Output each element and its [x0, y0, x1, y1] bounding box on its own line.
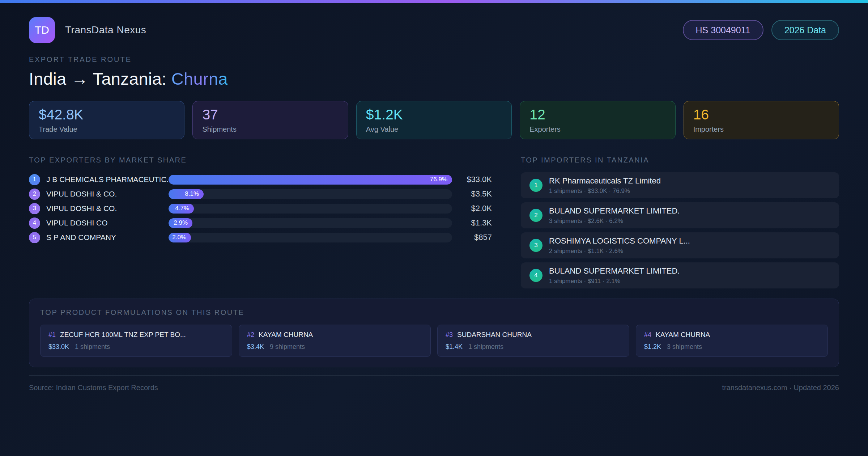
product-value: $3.4K [247, 343, 264, 351]
product-rank: #4 [644, 331, 651, 339]
importer-rank-badge: 4 [529, 269, 542, 282]
product-meta: $1.2K 3 shipments [644, 343, 820, 351]
product-header: #1 ZECUF HCR 100ML TNZ EXP PET BO... [48, 331, 224, 339]
product-name: ZECUF HCR 100ML TNZ EXP PET BO... [60, 331, 186, 339]
stat-label: Avg Value [366, 125, 502, 134]
market-share-bar: 8.1% [169, 189, 204, 199]
data-year-badge[interactable]: 2026 Data [771, 20, 839, 40]
market-share-bar-track: 4.7% [169, 204, 452, 214]
rank-badge: 5 [29, 232, 40, 243]
stat-value: 16 [693, 107, 829, 123]
market-share-bar: 76.9% [169, 175, 452, 185]
footer-site: transdatanexus.com · Updated 2026 [722, 384, 839, 392]
importer-name: BULAND SUPERMARKET LIMITED. [549, 206, 680, 216]
main-content: TOP EXPORTERS BY MARKET SHARE 1 J B CHEM… [29, 156, 839, 288]
market-share-bar-track: 8.1% [169, 189, 452, 199]
page-title-prefix: India → Tanzania: [29, 69, 171, 88]
product-card[interactable]: #2 KAYAM CHURNA $3.4K 9 shipments [239, 325, 431, 357]
exporter-name: S P AND COMPANY [40, 233, 169, 242]
product-shipments: 1 shipments [468, 343, 503, 351]
market-share-bar-track: 2.0% [169, 233, 452, 242]
stat-value: 12 [529, 107, 665, 123]
importer-card[interactable]: 2 BULAND SUPERMARKET LIMITED. 3 shipment… [521, 202, 839, 228]
product-meta: $1.4K 1 shipments [446, 343, 621, 351]
exporter-name: J B CHEMICALS PHARMACEUTIC... [40, 175, 169, 184]
exporter-value: $3.5K [452, 189, 492, 199]
product-name: KAYAM CHURNA [656, 331, 710, 339]
rank-badge: 3 [29, 203, 40, 214]
exporters-list: 1 J B CHEMICALS PHARMACEUTIC... 76.9% $3… [29, 172, 492, 245]
exporter-row[interactable]: 5 S P AND COMPANY 2.0% $857 [29, 230, 492, 245]
stat-label: Importers [693, 125, 829, 134]
product-value: $1.4K [446, 343, 463, 351]
page-title-highlight: Churna [171, 69, 228, 88]
product-name: KAYAM CHURNA [259, 331, 313, 339]
importer-card[interactable]: 4 BULAND SUPERMARKET LIMITED. 1 shipment… [521, 262, 839, 288]
importers-list: 1 RK Pharmaceuticals TZ Limited 1 shipme… [521, 172, 839, 288]
header: TD TransData Nexus HS 30049011 2026 Data [29, 17, 839, 43]
market-share-bar: 2.9% [169, 218, 192, 228]
importer-name: ROSHIMYA LOGISTICS COMPANY L... [549, 236, 690, 246]
product-card[interactable]: #3 SUDARSHAN CHURNA $1.4K 1 shipments [437, 325, 629, 357]
brand: TD TransData Nexus [29, 17, 146, 43]
product-rank: #2 [247, 331, 254, 339]
product-shipments: 1 shipments [75, 343, 110, 351]
importer-meta: 3 shipments · $2.6K · 6.2% [549, 218, 680, 225]
importer-name: RK Pharmaceuticals TZ Limited [549, 176, 661, 186]
eyebrow-label: EXPORT TRADE ROUTE [29, 55, 839, 64]
product-shipments: 3 shipments [667, 343, 702, 351]
product-card[interactable]: #4 KAYAM CHURNA $1.2K 3 shipments [636, 325, 828, 357]
exporter-row[interactable]: 4 VIPUL DOSHI CO 2.9% $1.3K [29, 216, 492, 230]
stat-card-importers: 16 Importers [684, 101, 839, 139]
exporter-value: $2.0K [452, 204, 492, 213]
products-panel: TOP PRODUCT FORMULATIONS ON THIS ROUTE #… [29, 299, 839, 367]
importer-info: RK Pharmaceuticals TZ Limited 1 shipment… [549, 176, 661, 195]
rank-badge: 4 [29, 218, 40, 229]
importer-meta: 1 shipments · $33.0K · 76.9% [549, 187, 661, 195]
importer-card[interactable]: 1 RK Pharmaceuticals TZ Limited 1 shipme… [521, 172, 839, 198]
footer: Source: Indian Customs Export Records tr… [29, 375, 839, 392]
importer-info: BULAND SUPERMARKET LIMITED. 3 shipments … [549, 206, 680, 225]
importers-section-title: TOP IMPORTERS IN TANZANIA [521, 156, 839, 164]
stat-value: 37 [202, 107, 338, 123]
product-value: $33.0K [48, 343, 69, 351]
product-header: #4 KAYAM CHURNA [644, 331, 820, 339]
product-rank: #3 [446, 331, 453, 339]
page-title: India → Tanzania: Churna [29, 69, 839, 89]
market-share-bar: 4.7% [169, 204, 194, 214]
importer-card[interactable]: 3 ROSHIMYA LOGISTICS COMPANY L... 2 ship… [521, 232, 839, 258]
product-card[interactable]: #1 ZECUF HCR 100ML TNZ EXP PET BO... $33… [40, 325, 232, 357]
exporters-section: TOP EXPORTERS BY MARKET SHARE 1 J B CHEM… [29, 156, 492, 245]
importer-meta: 2 shipments · $1.1K · 2.6% [549, 248, 690, 255]
top-accent-bar [0, 0, 868, 3]
importer-info: BULAND SUPERMARKET LIMITED. 1 shipments … [549, 266, 680, 285]
importer-rank-badge: 1 [529, 179, 542, 192]
product-header: #3 SUDARSHAN CHURNA [446, 331, 621, 339]
header-badges: HS 30049011 2026 Data [683, 20, 839, 40]
stat-label: Trade Value [39, 125, 175, 134]
exporter-name: VIPUL DOSHI CO [40, 219, 169, 227]
exporter-name: VIPUL DOSHI & CO. [40, 204, 169, 213]
exporter-row[interactable]: 2 VIPUL DOSHI & CO. 8.1% $3.5K [29, 187, 492, 201]
exporter-row[interactable]: 3 VIPUL DOSHI & CO. 4.7% $2.0K [29, 201, 492, 216]
stat-value: $1.2K [366, 107, 502, 123]
product-meta: $33.0K 1 shipments [48, 343, 224, 351]
market-share-bar: 2.0% [169, 233, 191, 242]
importers-section: TOP IMPORTERS IN TANZANIA 1 RK Pharmaceu… [521, 156, 839, 288]
products-section-title: TOP PRODUCT FORMULATIONS ON THIS ROUTE [40, 308, 828, 317]
exporter-value: $1.3K [452, 218, 492, 228]
hs-code-badge[interactable]: HS 30049011 [683, 20, 763, 40]
importer-rank-badge: 3 [529, 239, 542, 252]
product-meta: $3.4K 9 shipments [247, 343, 422, 351]
product-name: SUDARSHAN CHURNA [457, 331, 532, 339]
stat-cards: $42.8K Trade Value 37 Shipments $1.2K Av… [29, 101, 839, 139]
exporters-section-title: TOP EXPORTERS BY MARKET SHARE [29, 156, 492, 164]
footer-source: Source: Indian Customs Export Records [29, 384, 158, 392]
stat-label: Exporters [529, 125, 665, 134]
exporter-row[interactable]: 1 J B CHEMICALS PHARMACEUTIC... 76.9% $3… [29, 172, 492, 187]
market-share-bar-track: 2.9% [169, 218, 452, 228]
product-value: $1.2K [644, 343, 661, 351]
brand-name: TransData Nexus [65, 24, 146, 36]
importer-name: BULAND SUPERMARKET LIMITED. [549, 266, 680, 276]
importer-info: ROSHIMYA LOGISTICS COMPANY L... 2 shipme… [549, 236, 690, 255]
